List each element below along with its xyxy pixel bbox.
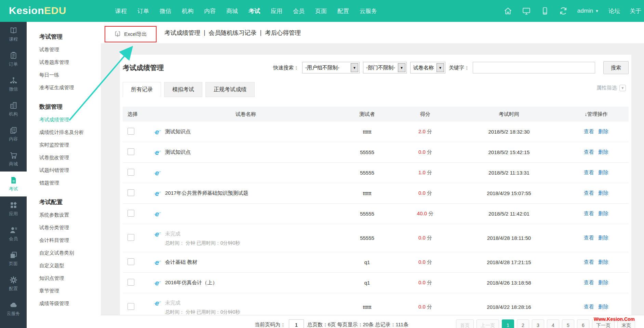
tab[interactable]: 模拟考试 bbox=[164, 82, 202, 97]
header-link[interactable]: 会员随机练习记录 bbox=[209, 29, 257, 37]
delete-link[interactable]: 删除 bbox=[598, 190, 608, 196]
menu-item[interactable]: 试题纠错管理 bbox=[27, 164, 101, 177]
view-link[interactable]: 查看 bbox=[584, 210, 594, 216]
row-checkbox[interactable] bbox=[128, 148, 134, 155]
rail-item-shop[interactable]: 商城 bbox=[0, 147, 27, 172]
keyword-input[interactable] bbox=[473, 62, 595, 73]
page-button[interactable]: 2 bbox=[517, 319, 529, 328]
rail-item-pages[interactable]: 页面 bbox=[0, 246, 27, 271]
delete-link[interactable]: 删除 bbox=[598, 279, 608, 285]
home-icon[interactable] bbox=[504, 6, 512, 15]
header-link[interactable]: 考后心得管理 bbox=[265, 29, 301, 37]
user-menu[interactable]: admin▼ bbox=[577, 8, 599, 14]
row-checkbox[interactable] bbox=[128, 189, 134, 196]
view-link[interactable]: 查看 bbox=[584, 169, 594, 175]
tester: q1 bbox=[338, 280, 396, 286]
menu-item[interactable]: 自定义试卷类别 bbox=[27, 247, 101, 259]
menu-item[interactable]: 每日一练 bbox=[27, 69, 101, 81]
menu-item[interactable]: 考试成绩管理 bbox=[27, 113, 101, 126]
menu-item[interactable]: 准考证生成管理 bbox=[27, 81, 101, 94]
delete-link[interactable]: 删除 bbox=[598, 169, 608, 175]
mobile-icon[interactable] bbox=[540, 6, 549, 15]
view-link[interactable]: 查看 bbox=[584, 279, 594, 285]
row-checkbox[interactable] bbox=[128, 169, 134, 176]
page-button[interactable]: 5 bbox=[562, 319, 574, 328]
rail-item-exam[interactable]: 考试 bbox=[0, 172, 27, 196]
search-button[interactable]: 搜索 bbox=[603, 61, 629, 74]
menu-item[interactable]: 试卷管理 bbox=[27, 43, 101, 56]
page-button[interactable]: 4 bbox=[547, 319, 559, 328]
filter-select[interactable]: -部门不限制-▼ bbox=[363, 62, 407, 73]
menu-item[interactable]: 成绩统计排名及分析 bbox=[27, 126, 101, 139]
rail-item-apps[interactable]: 应用 bbox=[0, 196, 27, 221]
header-link[interactable]: 考试成绩管理 bbox=[164, 29, 200, 37]
menu-item[interactable]: 错题管理 bbox=[27, 177, 101, 189]
logo: KesionEDU bbox=[9, 5, 66, 16]
rail-item-settings[interactable]: 配置 bbox=[0, 271, 27, 296]
delete-link[interactable]: 删除 bbox=[598, 259, 608, 265]
view-link[interactable]: 查看 bbox=[584, 259, 594, 265]
rail-item-orders[interactable]: 订单 bbox=[0, 47, 27, 72]
forum-link[interactable]: 论坛 bbox=[608, 7, 620, 15]
menu-item[interactable]: 章节管理 bbox=[27, 285, 101, 297]
excel-export-button[interactable]: Excel导出 bbox=[105, 26, 157, 42]
top-menu-item[interactable]: 商城 bbox=[226, 7, 238, 15]
row-checkbox[interactable] bbox=[128, 258, 134, 265]
about-link[interactable]: 关于 bbox=[630, 7, 641, 15]
row-checkbox[interactable] bbox=[128, 279, 134, 286]
view-link[interactable]: 查看 bbox=[584, 128, 594, 134]
menu-item[interactable]: 试卷批改管理 bbox=[27, 151, 101, 164]
page-button[interactable]: 6 bbox=[577, 319, 589, 328]
delete-link[interactable]: 删除 bbox=[598, 149, 608, 155]
refresh-icon[interactable] bbox=[559, 6, 568, 15]
top-menu-item[interactable]: 应用 bbox=[271, 7, 282, 15]
filter-select[interactable]: 试卷名称▼ bbox=[410, 62, 445, 73]
menu-item[interactable]: 试卷题库管理 bbox=[27, 56, 101, 69]
rail-item-content[interactable]: 内容 bbox=[0, 122, 27, 147]
rail-item-organization[interactable]: 机构 bbox=[0, 97, 27, 122]
page-button[interactable]: 1 bbox=[502, 319, 514, 328]
menu-item[interactable]: 实时监控管理 bbox=[27, 139, 101, 151]
row-checkbox[interactable] bbox=[128, 210, 134, 217]
row-checkbox[interactable] bbox=[128, 234, 134, 241]
menu-item[interactable]: 系统参数设置 bbox=[27, 209, 101, 221]
tab[interactable]: 所有记录 bbox=[123, 82, 161, 97]
attribute-filter[interactable]: 属性筛选 ▼ bbox=[596, 85, 626, 91]
rail-item-members[interactable]: 会员 bbox=[0, 221, 27, 246]
delete-link[interactable]: 删除 bbox=[598, 235, 608, 241]
delete-link[interactable]: 删除 bbox=[598, 128, 608, 134]
separator: | bbox=[204, 29, 205, 36]
menu-item[interactable]: 成绩等级管理 bbox=[27, 297, 101, 310]
view-link[interactable]: 查看 bbox=[584, 235, 594, 241]
row-checkbox[interactable] bbox=[128, 128, 134, 135]
rail-item-courses[interactable]: 课程 bbox=[0, 22, 27, 47]
top-menu-item[interactable]: 课程 bbox=[115, 7, 127, 15]
page-button[interactable]: 3 bbox=[532, 319, 544, 328]
delete-link[interactable]: 删除 bbox=[598, 304, 608, 310]
rail-item-cloud[interactable]: 云服务 bbox=[0, 296, 27, 321]
filter-select[interactable]: -用户组不限制-▼ bbox=[302, 62, 360, 73]
view-link[interactable]: 查看 bbox=[584, 190, 594, 196]
menu-item[interactable]: 会计科目管理 bbox=[27, 234, 101, 247]
top-menu-item[interactable]: 页面 bbox=[315, 7, 327, 15]
top-menu-item[interactable]: 内容 bbox=[204, 7, 216, 15]
row-checkbox[interactable] bbox=[128, 303, 134, 310]
top-menu-item[interactable]: 配置 bbox=[337, 7, 349, 15]
top-menu-item[interactable]: 订单 bbox=[137, 7, 149, 15]
view-link[interactable]: 查看 bbox=[584, 304, 594, 310]
top-menu-item[interactable]: 云服务 bbox=[360, 7, 377, 15]
top-menu-item[interactable]: 会员 bbox=[293, 7, 305, 15]
gear-icon bbox=[10, 276, 17, 284]
view-link[interactable]: 查看 bbox=[584, 149, 594, 155]
top-menu-item[interactable]: 考试 bbox=[249, 7, 260, 15]
menu-item[interactable]: 试卷分类管理 bbox=[27, 221, 101, 234]
current-page-input[interactable] bbox=[289, 319, 304, 328]
desktop-icon[interactable] bbox=[522, 6, 531, 15]
tab[interactable]: 正规考试成绩 bbox=[205, 82, 255, 97]
rail-item-wechat[interactable]: 微信 bbox=[0, 72, 27, 97]
menu-item[interactable]: 自定义题型 bbox=[27, 259, 101, 272]
top-menu-item[interactable]: 机构 bbox=[182, 7, 193, 15]
delete-link[interactable]: 删除 bbox=[598, 210, 608, 216]
menu-item[interactable]: 知识点管理 bbox=[27, 272, 101, 285]
top-menu-item[interactable]: 微信 bbox=[160, 7, 171, 15]
